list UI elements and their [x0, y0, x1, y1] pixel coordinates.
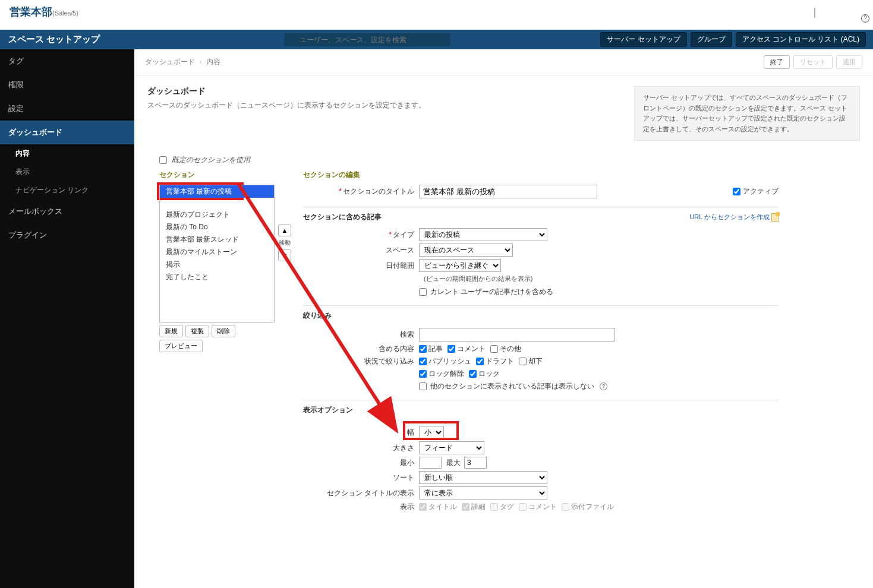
move-up-button[interactable]: ▲	[278, 225, 291, 236]
active-label: アクティブ	[743, 186, 779, 197]
exclude-other-sections-checkbox[interactable]	[419, 382, 427, 390]
disp-detail-checkbox[interactable]	[462, 503, 469, 511]
sections-header: セクション	[159, 170, 275, 180]
daterange-select[interactable]: ビューから引き継ぐ	[419, 259, 501, 272]
sort-label: ソート	[303, 473, 419, 483]
filter-search-input[interactable]	[419, 328, 615, 342]
use-default-checkbox[interactable]	[159, 156, 167, 164]
new-section-button[interactable]: 新規	[159, 325, 183, 337]
articles-header: セクションに含める記事	[303, 212, 382, 222]
page-title-main: 営業本部	[10, 6, 52, 18]
disp-title-checkbox[interactable]	[419, 503, 427, 511]
current-user-only-label: カレント ユーザーの記事だけを含める	[430, 287, 553, 297]
section-list-item[interactable]: 営業本部 最新スレッド	[160, 233, 274, 246]
edit-header: セクションの編集	[303, 170, 779, 180]
section-list[interactable]: 営業本部 最新の投稿 最新のプロジェクト 最新の To Do 営業本部 最新スレ…	[159, 185, 275, 323]
delete-section-button[interactable]: 削除	[212, 325, 235, 337]
include-comments-checkbox[interactable]	[447, 345, 455, 353]
main-title: ダッシュボード	[147, 86, 620, 97]
status-unlocked-checkbox[interactable]	[419, 370, 427, 378]
sidebar-item-permissions[interactable]: 権限	[0, 73, 134, 97]
sort-select[interactable]: 新しい順	[419, 471, 547, 484]
size-label: 大きさ	[303, 443, 419, 453]
status-reject-checkbox[interactable]	[519, 358, 527, 365]
sidebar-item-dashboard[interactable]: ダッシュボード	[0, 121, 134, 144]
help-icon[interactable]: ?	[861, 14, 869, 23]
sidebar-item-tag[interactable]: タグ	[0, 49, 134, 73]
status-filter-label: 状況で絞り込み	[303, 356, 419, 366]
search-label: 検索	[303, 330, 419, 340]
sidebar-item-plugin[interactable]: プラグイン	[0, 223, 134, 247]
move-down-button[interactable]: ▼	[278, 249, 291, 261]
section-title-input[interactable]	[419, 185, 597, 198]
section-list-item[interactable]: 最新のマイルストーン	[160, 246, 274, 258]
section-list-item[interactable]: 最新の To Do	[160, 221, 274, 233]
search-input[interactable]	[284, 33, 450, 46]
disp-attachment-checkbox[interactable]	[562, 503, 569, 511]
sidebar-sub-display[interactable]: 表示	[0, 163, 134, 181]
reset-button[interactable]: リセット	[793, 55, 833, 69]
section-list-item[interactable]: 完了したこと	[160, 271, 274, 283]
topbar: スペース セットアップ 🔍 サーバー セットアップ グループ アクセス コントロ…	[0, 30, 873, 49]
section-list-item[interactable]: 営業本部 最新の投稿	[160, 185, 274, 198]
disp-comment-checkbox[interactable]	[519, 503, 527, 511]
include-articles-checkbox[interactable]	[419, 345, 427, 353]
sidebar: タグ 権限 設定 ダッシュボード 内容 表示 ナビゲーション リンク メールボッ…	[0, 49, 134, 588]
help-icon-inline[interactable]: ?	[600, 382, 607, 390]
width-label: 幅	[303, 428, 419, 438]
move-label: 移動	[278, 239, 291, 247]
max-label: 最大	[446, 458, 461, 468]
size-select[interactable]: フィード	[419, 441, 484, 454]
daterange-hint: (ビューの期間範囲からの結果を表示)	[424, 274, 779, 283]
apply-button[interactable]: 適用	[836, 55, 862, 69]
breadcrumb-current: 内容	[206, 58, 220, 66]
display-label: 表示	[303, 502, 419, 512]
group-button[interactable]: グループ	[691, 32, 732, 47]
people-illustration	[774, 5, 863, 30]
section-title-display-select[interactable]: 常に表示	[419, 486, 547, 500]
exclude-other-sections-label: 他のセクションに表示されている記事は表示しない	[430, 381, 594, 391]
acl-button[interactable]: アクセス コントロール リスト (ACL)	[736, 32, 866, 47]
section-list-item-hidden[interactable]	[160, 198, 274, 208]
section-list-item[interactable]: 掲示	[160, 258, 274, 271]
include-label: 含める内容	[303, 344, 419, 354]
include-other-checkbox[interactable]	[490, 345, 498, 353]
type-select[interactable]: 最新の投稿	[419, 228, 547, 241]
active-checkbox[interactable]	[733, 188, 740, 195]
sidebar-sub-navlinks[interactable]: ナビゲーション リンク	[0, 181, 134, 200]
max-input[interactable]	[464, 457, 487, 469]
filter-header: 絞り込み	[303, 311, 779, 321]
space-label: スペース	[303, 245, 419, 255]
status-locked-checkbox[interactable]	[469, 370, 477, 378]
status-draft-checkbox[interactable]	[476, 358, 484, 365]
breadcrumb: ダッシュボード › 内容	[145, 57, 220, 67]
section-title-label: セクションのタイトル	[343, 187, 414, 195]
display-options-header: 表示オプション	[303, 405, 779, 415]
breadcrumb-sep: ›	[199, 58, 201, 66]
server-setup-button[interactable]: サーバー セットアップ	[600, 32, 686, 47]
min-label: 最小	[303, 458, 419, 468]
width-select[interactable]: 小	[419, 426, 444, 439]
page-title-sub: (Sales/5)	[52, 10, 78, 17]
page-icon	[771, 213, 779, 222]
breadcrumb-parent[interactable]: ダッシュボード	[145, 58, 195, 66]
duplicate-section-button[interactable]: 複製	[185, 325, 209, 337]
create-from-url-link[interactable]: URL からセクションを作成	[689, 213, 779, 222]
space-select[interactable]: 現在のスペース	[419, 244, 513, 257]
disp-tag-checkbox[interactable]	[490, 503, 498, 511]
section-list-item[interactable]: 最新のプロジェクト	[160, 208, 274, 221]
use-default-label: 既定のセクションを使用	[172, 155, 250, 165]
min-input[interactable]	[419, 457, 442, 469]
sidebar-item-mailbox[interactable]: メールボックス	[0, 200, 134, 223]
current-user-only-checkbox[interactable]	[419, 288, 427, 296]
sidebar-item-settings[interactable]: 設定	[0, 97, 134, 121]
exit-button[interactable]: 終了	[764, 55, 790, 69]
preview-section-button[interactable]: プレビュー	[159, 340, 203, 352]
section-title-display-label: セクション タイトルの表示	[303, 488, 419, 498]
status-publish-checkbox[interactable]	[419, 358, 427, 365]
sidebar-sub-contents[interactable]: 内容	[0, 144, 134, 163]
page-title: 営業本部(Sales/5)	[10, 5, 78, 19]
main-desc: スペースのダッシュボード（ニュースページ）に表示するセクションを設定できます。	[147, 100, 620, 110]
info-box: サーバー セットアップでは、すべてのスペースのダッシュボード（フロントページ）の…	[634, 86, 860, 141]
daterange-label: 日付範囲	[303, 261, 419, 271]
